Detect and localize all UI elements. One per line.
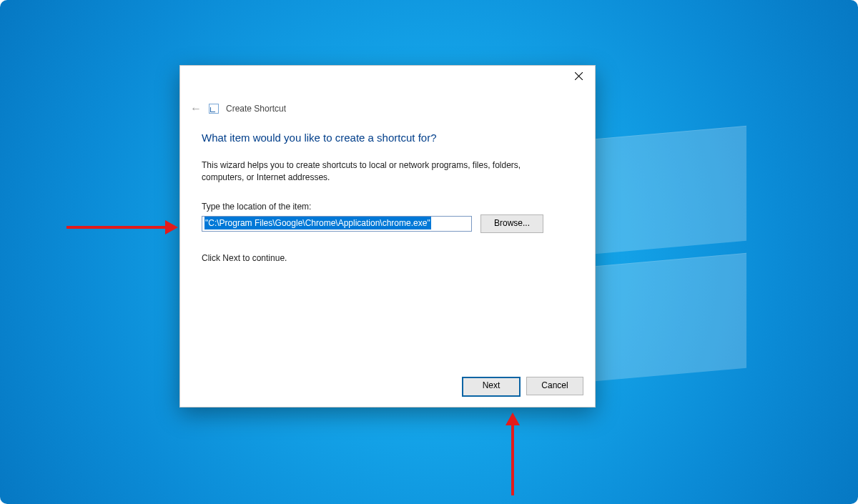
annotation-arrow-to-input: [66, 226, 167, 229]
shortcut-icon: [209, 104, 219, 114]
dialog-title: Create Shortcut: [226, 104, 286, 114]
location-input-value: "C:\Program Files\Google\Chrome\Applicat…: [204, 217, 431, 229]
dialog-breadcrumb: ← Create Shortcut: [190, 103, 286, 114]
browse-button[interactable]: Browse...: [480, 214, 543, 233]
cancel-button[interactable]: Cancel: [526, 377, 583, 395]
create-shortcut-dialog: ← Create Shortcut What item would you li…: [179, 65, 596, 407]
dialog-titlebar: [180, 66, 595, 92]
annotation-arrow-to-next: [511, 424, 514, 495]
dialog-button-bar: Next Cancel: [462, 377, 583, 397]
continue-instruction: Click Next to continue.: [202, 253, 573, 263]
close-button[interactable]: [562, 66, 595, 87]
desktop-background: ← Create Shortcut What item would you li…: [0, 0, 858, 504]
windows-logo-pane: [578, 253, 746, 383]
location-input[interactable]: "C:\Program Files\Google\Chrome\Applicat…: [202, 216, 472, 232]
next-button[interactable]: Next: [462, 377, 521, 397]
dialog-heading: What item would you like to create a sho…: [202, 132, 573, 144]
close-icon: [575, 71, 583, 82]
windows-logo-pane: [578, 126, 746, 256]
dialog-description: This wizard helps you to create shortcut…: [202, 159, 559, 184]
location-field-label: Type the location of the item:: [202, 202, 573, 212]
back-arrow-icon[interactable]: ←: [190, 103, 202, 114]
dialog-content: What item would you like to create a sho…: [202, 132, 573, 263]
